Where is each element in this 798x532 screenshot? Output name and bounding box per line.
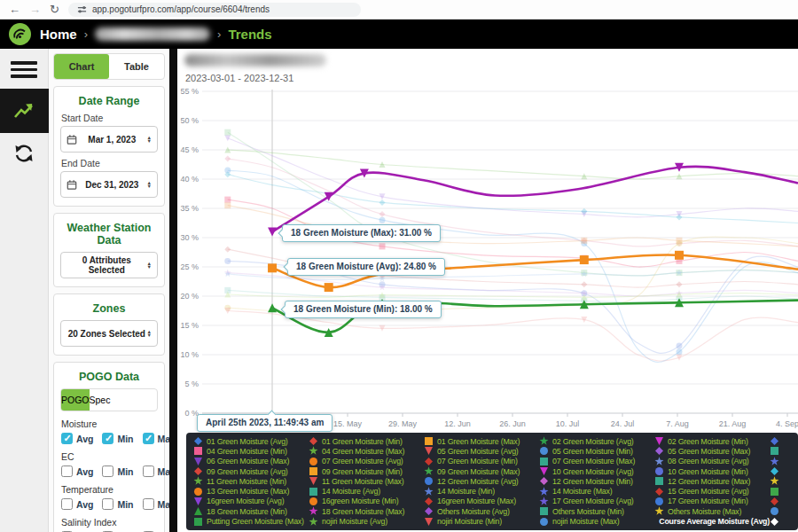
- legend-item[interactable]: [770, 457, 798, 466]
- legend-item[interactable]: 09 Green Moisture (Avg): [193, 466, 309, 476]
- background-series-line[interactable]: [228, 150, 798, 179]
- square-marker[interactable]: [580, 255, 589, 264]
- legend-item[interactable]: 01 Green Moisture (Avg): [193, 436, 309, 446]
- diamond-marker[interactable]: [379, 200, 386, 206]
- square-marker[interactable]: [268, 263, 277, 272]
- moisture-avg-checkbox[interactable]: Avg: [61, 433, 93, 444]
- legend-item[interactable]: 11 Green Moisture (Max): [309, 476, 424, 486]
- square-marker[interactable]: [224, 202, 231, 208]
- legend-item[interactable]: 04 Green Moisture (Min): [193, 446, 309, 456]
- legend-item[interactable]: Course Average Moisture (Avg): [654, 516, 770, 526]
- legend-item[interactable]: 16green Moisture (Min): [309, 497, 424, 506]
- moisture-min-checkbox[interactable]: Min: [102, 433, 133, 444]
- square-marker[interactable]: [224, 129, 231, 136]
- legend-item[interactable]: 18 Green Moisture (Max): [309, 506, 424, 516]
- ec-min-checkbox[interactable]: Min: [102, 466, 133, 477]
- unchecked-checkbox-icon[interactable]: [61, 498, 73, 510]
- unchecked-checkbox-icon[interactable]: [102, 466, 113, 477]
- square-marker[interactable]: [675, 251, 684, 260]
- triangle-down-marker[interactable]: [268, 227, 277, 236]
- back-icon[interactable]: ←: [9, 4, 20, 15]
- circle-marker[interactable]: [677, 240, 683, 246]
- legend-item[interactable]: 01 Green Moisture (Max): [424, 436, 539, 446]
- legend-item[interactable]: [770, 466, 798, 476]
- menu-icon[interactable]: [11, 58, 37, 82]
- unchecked-checkbox-icon[interactable]: [61, 466, 73, 477]
- checked-checkbox-icon[interactable]: [143, 433, 154, 444]
- background-series-line[interactable]: [228, 132, 798, 276]
- legend-item[interactable]: Others Moisture (Avg): [424, 506, 539, 516]
- tab-table[interactable]: Table: [109, 54, 164, 79]
- legend-item[interactable]: 17 Green Moisture (Min): [654, 497, 770, 506]
- moisture-max-checkbox[interactable]: Max: [143, 433, 169, 444]
- pogo-logo-icon[interactable]: [9, 23, 31, 45]
- ec-avg-checkbox[interactable]: Avg: [61, 466, 93, 477]
- legend-item[interactable]: 18 Green Moisture (Min): [193, 506, 309, 516]
- legend-item[interactable]: 02 Green Moisture (Avg): [539, 436, 654, 446]
- legend-item[interactable]: nojiri Moisture (Avg): [309, 516, 424, 526]
- diamond-marker[interactable]: [581, 208, 587, 215]
- reload-icon[interactable]: ↻: [50, 4, 59, 15]
- weather-attributes-select[interactable]: 0 Attributes Selected ▲▼: [60, 252, 158, 278]
- square-marker[interactable]: [325, 283, 333, 292]
- legend-item[interactable]: [770, 506, 798, 516]
- start-date-select[interactable]: Mar 1, 2023 ▲▼: [60, 126, 158, 153]
- diamond-marker[interactable]: [677, 281, 683, 287]
- triangle-down-marker[interactable]: [677, 355, 683, 361]
- legend-item[interactable]: 09 Green Moisture (Min): [309, 466, 424, 476]
- diamond-marker[interactable]: [224, 155, 231, 161]
- legend-item[interactable]: 14 Moisture (Avg): [309, 486, 424, 496]
- legend-item[interactable]: [770, 516, 798, 526]
- legend-item[interactable]: 14 Moisture (Max): [539, 486, 654, 496]
- diamond-marker[interactable]: [379, 211, 386, 217]
- legend-item[interactable]: 15 Green Moisture (Avg): [654, 486, 770, 496]
- legend-item[interactable]: [770, 446, 798, 456]
- legend-item[interactable]: nojiri Moisture (Min): [424, 516, 539, 526]
- address-bar[interactable]: app.pogoturfpro.com/app/course/6604/tren…: [68, 3, 361, 17]
- legend-item[interactable]: 05 Green Moisture (Min): [539, 446, 654, 456]
- legend-item[interactable]: 06 Green Moisture (Max): [193, 457, 309, 466]
- legend-item[interactable]: 14 Moisture (Min): [424, 486, 539, 496]
- legend-item[interactable]: Others Moisture (Min): [539, 506, 654, 516]
- circle-marker[interactable]: [677, 348, 683, 355]
- background-series-line[interactable]: [228, 175, 798, 223]
- circle-marker[interactable]: [224, 258, 231, 264]
- triangle-down-marker[interactable]: [224, 135, 231, 141]
- temperature-avg-checkbox[interactable]: Avg: [61, 498, 93, 510]
- end-date-select[interactable]: Dec 31, 2023 ▲▼: [60, 171, 158, 198]
- legend-item[interactable]: 10 Green Moisture (Min): [654, 466, 770, 476]
- trends-nav-tile[interactable]: [0, 89, 49, 133]
- legend-item[interactable]: Putting Green Moisture (Max): [193, 516, 309, 526]
- legend-item[interactable]: 12 Green Moisture (Min): [539, 476, 654, 486]
- legend-item[interactable]: 04 Green Moisture (Max): [309, 446, 424, 456]
- zones-select[interactable]: 20 Zones Selected ▲▼: [60, 320, 158, 347]
- legend-item[interactable]: [770, 436, 798, 446]
- unchecked-checkbox-icon[interactable]: [143, 466, 154, 477]
- legend-item[interactable]: 12 Green Moisture (Avg): [424, 476, 539, 486]
- legend-item[interactable]: 12 Green Moisture (Max): [654, 476, 770, 486]
- legend-item[interactable]: 09 Green Moisture (Max): [424, 466, 539, 476]
- legend-item[interactable]: 10 Green Moisture (Avg): [539, 466, 654, 476]
- legend-item[interactable]: [770, 486, 798, 496]
- legend-item[interactable]: [770, 476, 798, 486]
- triangle-up-marker[interactable]: [268, 303, 277, 312]
- legend-item[interactable]: nojiri Moisture (Max): [539, 516, 654, 526]
- circle-marker[interactable]: [677, 343, 683, 349]
- legend-item[interactable]: 02 Green Moisture (Min): [654, 436, 770, 446]
- legend-item[interactable]: 16green Moisture (Max): [424, 497, 539, 506]
- legend-item[interactable]: 07 Green Moisture (Avg): [309, 457, 424, 466]
- legend-item[interactable]: 16green Moisture (Avg): [193, 497, 309, 506]
- legend-item[interactable]: 05 Green Moisture (Avg): [424, 446, 539, 456]
- tab-chart[interactable]: Chart: [54, 54, 109, 79]
- unchecked-checkbox-icon[interactable]: [143, 498, 154, 510]
- tab-pogo[interactable]: POGO: [61, 389, 90, 411]
- unchecked-checkbox-icon[interactable]: [102, 498, 113, 510]
- temperature-min-checkbox[interactable]: Min: [102, 498, 133, 510]
- square-marker[interactable]: [581, 238, 587, 244]
- ec-max-checkbox[interactable]: Max: [143, 466, 169, 477]
- highlighted-series-line[interactable]: [272, 167, 798, 232]
- diamond-marker[interactable]: [677, 214, 683, 220]
- legend-item[interactable]: 11 Green Moisture (Min): [193, 476, 309, 486]
- diamond-marker[interactable]: [581, 281, 587, 287]
- diamond-marker[interactable]: [224, 246, 231, 253]
